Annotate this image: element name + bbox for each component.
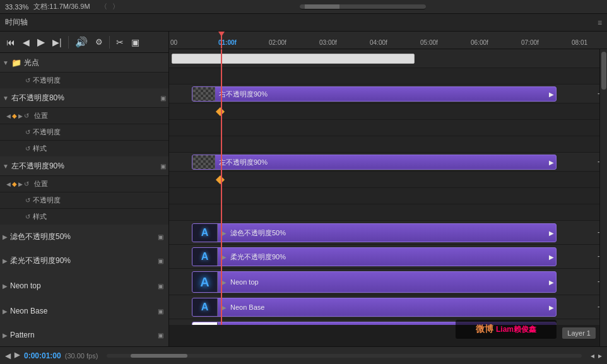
settings-button[interactable]: ⚙ <box>93 36 105 48</box>
layer-header-neon-base: ▶ Neon Base ▣ <box>0 299 168 323</box>
folder-icon-guangdian: 📁 <box>11 58 21 68</box>
solo-icon-neon-top[interactable]: ▣ <box>158 283 163 290</box>
expand-arrow-soft90[interactable]: ▶ <box>3 257 8 264</box>
timeline-title: 时间轴 <box>5 17 28 28</box>
track-right80-pos <box>169 103 607 120</box>
layer-header-filter50: ▶ 滤色不透明度50% ▣ <box>0 225 168 249</box>
layer-row-guangdian: ▼ 📁 光点 <box>0 53 168 72</box>
scroll-right-button[interactable]: ▸ <box>598 351 602 360</box>
expand-arrow-guangdian[interactable]: ▼ <box>3 59 9 66</box>
clip-label-filter50: 滤色不透明度50% <box>218 228 290 238</box>
clip-label-soft90: 柔光不透明度90% <box>218 252 290 262</box>
kf-name-left90-pos: 位置 <box>30 179 48 189</box>
layer-header-neon-top: ▶ Neon top ▣ <box>0 273 168 299</box>
layer-header-soft90: ▶ 柔光不透明度90% ▣ <box>0 249 168 273</box>
timeline-scrollbar[interactable] <box>107 354 582 358</box>
ruler-mark-0: 00 <box>170 39 177 46</box>
kf-next-left90-pos[interactable]: ▶ <box>18 181 23 187</box>
prev-keyframe-button[interactable]: ◀ <box>5 351 11 360</box>
track-left90-pos <box>169 172 607 188</box>
timeline-tracks: 右不透明度90% ▶ + 左不透明度90% <box>169 49 607 325</box>
kf-row-right80-pos: ◀ ◆ ▶ ↺ 位置 <box>0 107 168 124</box>
play-button[interactable]: ▶ <box>35 35 47 49</box>
expand-arrow-neon-top[interactable]: ▶ <box>3 283 8 290</box>
kf-next-right80-pos[interactable]: ▶ <box>18 113 23 119</box>
watermark: 微博 Liam赖俊鑫 <box>456 320 557 339</box>
clip-neon-base[interactable]: A ▶ Neon Base ▶ <box>192 298 557 317</box>
clip-guangdian[interactable] <box>172 54 415 64</box>
expand-arrow-pattern[interactable]: ▶ <box>3 332 8 339</box>
layer-row-left90-style: ↺ 样式 <box>0 208 168 225</box>
timeline-ruler: 00 01:00f 02:00f 03:00f 04:00f 05:00f 06… <box>169 32 607 49</box>
ruler-mark-3: 03:00f <box>319 39 337 46</box>
kf-diamond-right80-pos[interactable]: ◆ <box>12 112 17 119</box>
layer-row-guangdian-opacity: ↺ 不透明度 <box>0 72 168 88</box>
expand-arrow-left90[interactable]: ▼ <box>3 163 9 170</box>
layer-left-guangdian: ▼ 📁 光点 <box>0 53 169 72</box>
right-scrollbar[interactable] <box>599 49 607 346</box>
square-button[interactable]: ▣ <box>129 36 142 49</box>
layer-name-guangdian: 光点 <box>24 57 166 68</box>
neon-a-icon-soft90: A <box>201 251 209 262</box>
scrollbar-thumb-v[interactable] <box>601 52 606 90</box>
track-right80-style <box>169 136 607 153</box>
bottom-bar: ◀ ◀ 0:00:01:00 (30.00 fps) ◂ ▸ <box>0 346 607 364</box>
solo-icon-right80[interactable]: ▣ <box>160 95 166 102</box>
clip-label-left90: 左不透明度90% <box>215 158 271 167</box>
kf-prev-right80-pos[interactable]: ◀ <box>6 113 11 119</box>
playhead-ruler <box>221 32 222 49</box>
solo-icon-neon-base[interactable]: ▣ <box>158 308 163 315</box>
track-filter50: A ▶ 滤色不透明度50% ▶ + <box>169 221 607 245</box>
layer-badge: Layer 1 <box>562 327 596 339</box>
scroll-left-button[interactable]: ◂ <box>591 351 594 360</box>
layer-sub-left90-style: ↺ 样式 <box>0 208 168 225</box>
ruler-mark-6: 06:00f <box>471 39 488 46</box>
layer-name-right80: 右不透明度80% <box>11 93 158 103</box>
scissors-button[interactable]: ✂ <box>114 36 126 49</box>
next-frame-button[interactable]: ▶| <box>50 36 64 49</box>
layer-header-right80: ▼ 右不透明度80% ▣ <box>0 88 168 107</box>
track-left90-opacity <box>169 188 607 204</box>
next-keyframe-button[interactable]: ◀ <box>15 351 20 360</box>
solo-icon-filter50[interactable]: ▣ <box>158 233 163 240</box>
right-panel: 00 01:00f 02:00f 03:00f 04:00f 05:00f 06… <box>169 32 607 346</box>
kf-prev-left90-pos[interactable]: ◀ <box>6 181 11 187</box>
layer-header-guangdian: ▼ 📁 光点 <box>0 53 168 72</box>
prev-frame-button[interactable]: ◀ <box>20 36 32 49</box>
layer-header-pattern: ▶ Pattern ▣ <box>0 323 168 346</box>
refresh-icon-0: ↺ <box>25 77 30 84</box>
layer-header-left90: ▼ 左不透明度90% ▣ <box>0 156 168 175</box>
main-layout: ⏮ ◀ ▶ ▶| 🔊 ⚙ ✂ ▣ ▼ 📁 光点 <box>0 32 607 346</box>
clip-label-right80: 右不透明度90% <box>215 90 271 99</box>
layer-name-soft90: 柔光不透明度90% <box>10 255 155 266</box>
layer-row-right80-style: ↺ 样式 <box>0 140 168 156</box>
doc-info: 文档:11.7M/36.9M <box>33 2 90 11</box>
clip-soft90[interactable]: A ▶ 柔光不透明度90% ▶ <box>192 247 557 266</box>
timeline-scroll-thumb[interactable] <box>131 354 187 358</box>
kf-diamond-left90-pos[interactable]: ◆ <box>12 180 17 187</box>
toolbar: ⏮ ◀ ▶ ▶| 🔊 ⚙ ✂ ▣ <box>0 32 168 53</box>
clip-left90[interactable]: 左不透明度90% ▶ <box>192 155 557 170</box>
clip-neon-top[interactable]: A ▶ Neon top ▶ <box>192 271 557 293</box>
kf-diamond-timeline-left90 <box>216 175 225 184</box>
layer-row-right80: ▼ 右不透明度80% ▣ <box>0 88 168 107</box>
kf-row-left90-pos: ◀ ◆ ▶ ↺ 位置 <box>0 175 168 192</box>
expand-arrow-neon-base[interactable]: ▶ <box>3 308 8 315</box>
timeline-menu-icon[interactable]: ≡ <box>598 18 602 27</box>
clip-filter50[interactable]: A ▶ 滤色不透明度50% ▶ <box>192 223 557 242</box>
layer-row-neon-top: ▶ Neon top ▣ <box>0 273 168 299</box>
solo-icon-pattern[interactable]: ▣ <box>158 332 163 339</box>
ruler-mark-7: 07:00f <box>521 39 539 46</box>
expand-arrow-right80[interactable]: ▼ <box>3 95 9 102</box>
layer-name-pattern: Pattern <box>10 331 155 339</box>
ruler-mark-2: 02:00f <box>269 39 286 46</box>
volume-button[interactable]: 🔊 <box>73 35 90 49</box>
solo-icon-left90[interactable]: ▣ <box>160 163 166 170</box>
expand-arrow-filter50[interactable]: ▶ <box>3 233 8 240</box>
track-left90-header: 左不透明度90% ▶ + <box>169 153 607 172</box>
layer-row-right80-pos: ◀ ◆ ▶ ↺ 位置 <box>0 107 168 124</box>
rewind-button[interactable]: ⏮ <box>4 36 18 49</box>
clip-right80[interactable]: 右不透明度90% ▶ <box>192 86 557 102</box>
zoom-percent: 33.33% <box>5 3 28 11</box>
solo-icon-soft90[interactable]: ▣ <box>158 257 163 264</box>
